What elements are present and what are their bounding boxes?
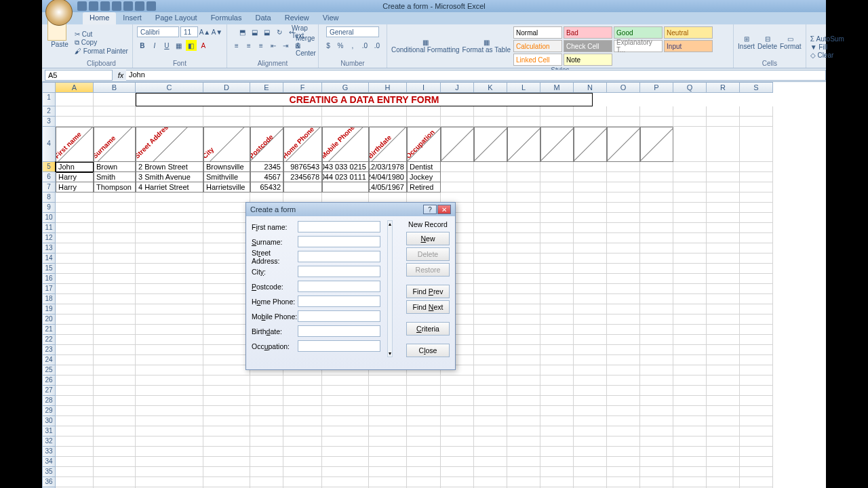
field-input-postcode-[interactable] xyxy=(298,281,380,292)
font-size-combo[interactable]: 11 xyxy=(180,26,198,37)
data-cell[interactable]: Harrietsville xyxy=(203,182,250,192)
cell[interactable] xyxy=(607,436,640,447)
data-cell[interactable] xyxy=(607,162,640,172)
cell[interactable] xyxy=(740,325,773,335)
cell[interactable] xyxy=(673,467,707,477)
cell[interactable] xyxy=(56,106,94,117)
cell[interactable] xyxy=(441,386,474,396)
align-bottom-icon[interactable]: ⬓ xyxy=(262,26,273,37)
header-cell[interactable]: Birthdate xyxy=(369,127,407,162)
cell[interactable] xyxy=(640,436,673,447)
cell[interactable] xyxy=(507,243,540,253)
cell[interactable] xyxy=(607,304,640,314)
row-header-2[interactable]: 2 xyxy=(42,106,56,117)
cell[interactable] xyxy=(136,117,203,127)
style-normal[interactable]: Normal xyxy=(513,26,562,39)
cell[interactable] xyxy=(136,365,203,375)
cell[interactable] xyxy=(507,213,540,223)
cell[interactable] xyxy=(283,447,322,457)
cell[interactable] xyxy=(574,355,607,365)
cell[interactable] xyxy=(607,106,640,117)
align-center-icon[interactable]: ≡ xyxy=(243,40,254,51)
cell[interactable] xyxy=(283,426,322,436)
cell[interactable] xyxy=(407,457,441,467)
tab-view[interactable]: View xyxy=(316,12,346,24)
cell[interactable] xyxy=(540,213,574,223)
cell[interactable] xyxy=(283,457,322,467)
cell[interactable] xyxy=(707,192,740,203)
cell[interactable] xyxy=(474,253,507,264)
cell[interactable] xyxy=(607,375,640,386)
cell[interactable] xyxy=(94,294,136,304)
cell[interactable] xyxy=(322,467,369,477)
cell[interactable] xyxy=(607,213,640,223)
cell[interactable] xyxy=(322,436,369,447)
row-header-9[interactable]: 9 xyxy=(42,203,56,213)
qat-save-icon[interactable] xyxy=(77,1,87,11)
cell[interactable] xyxy=(56,447,94,457)
cell[interactable] xyxy=(640,365,673,375)
cell[interactable] xyxy=(474,274,507,284)
cell[interactable] xyxy=(407,386,441,396)
row-header-15[interactable]: 15 xyxy=(42,264,56,274)
percent-icon[interactable]: % xyxy=(335,40,346,51)
cell[interactable] xyxy=(507,386,540,396)
cell[interactable] xyxy=(507,335,540,345)
cell[interactable] xyxy=(136,192,203,203)
cell[interactable] xyxy=(607,192,640,203)
header-cell[interactable] xyxy=(740,127,773,162)
cell[interactable] xyxy=(507,192,540,203)
data-cell[interactable] xyxy=(474,172,507,182)
cell[interactable] xyxy=(136,213,203,223)
col-header-Q[interactable]: Q xyxy=(673,82,707,93)
cell[interactable] xyxy=(250,467,283,477)
cell[interactable] xyxy=(56,457,94,467)
row-header-4[interactable]: 4 xyxy=(42,127,56,162)
row-header-10[interactable]: 10 xyxy=(42,213,56,223)
data-cell[interactable] xyxy=(740,162,773,172)
cell[interactable] xyxy=(574,406,607,416)
field-input-birthdate-[interactable] xyxy=(298,325,380,337)
cell[interactable] xyxy=(474,284,507,294)
field-input-street-address-[interactable] xyxy=(298,251,380,262)
header-cell[interactable] xyxy=(507,127,540,162)
cell[interactable] xyxy=(707,314,740,325)
cell[interactable] xyxy=(740,304,773,314)
cell[interactable] xyxy=(740,213,773,223)
cell[interactable] xyxy=(673,274,707,284)
data-cell[interactable]: Brown xyxy=(94,162,136,172)
row-header-34[interactable]: 34 xyxy=(42,457,56,467)
cell[interactable] xyxy=(474,243,507,253)
cell[interactable] xyxy=(707,264,740,274)
data-cell[interactable] xyxy=(707,162,740,172)
row-header-35[interactable]: 35 xyxy=(42,467,56,477)
cell[interactable] xyxy=(574,106,607,117)
data-cell[interactable] xyxy=(574,172,607,182)
cell[interactable] xyxy=(94,274,136,284)
data-cell[interactable]: 2345 xyxy=(250,162,283,172)
underline-button[interactable]: U xyxy=(161,40,172,51)
cell[interactable] xyxy=(474,192,507,203)
cell-styles-gallery[interactable]: NormalBadGoodNeutralCalculationCheck Cel… xyxy=(513,26,729,66)
cell[interactable] xyxy=(474,233,507,243)
tab-review[interactable]: Review xyxy=(278,12,316,24)
cell[interactable] xyxy=(740,243,773,253)
cell[interactable] xyxy=(441,375,474,386)
cell[interactable] xyxy=(607,264,640,274)
qat-icon[interactable] xyxy=(135,1,144,11)
cell[interactable] xyxy=(203,294,250,304)
qat-undo-icon[interactable] xyxy=(89,1,98,11)
cell[interactable] xyxy=(540,447,574,457)
data-cell[interactable]: Smithville xyxy=(203,172,250,182)
cell[interactable] xyxy=(673,304,707,314)
cell[interactable] xyxy=(640,284,673,294)
cell[interactable] xyxy=(136,406,203,416)
row-header-6[interactable]: 6 xyxy=(42,172,56,182)
cell[interactable] xyxy=(136,264,203,274)
style-neutral[interactable]: Neutral xyxy=(664,26,713,39)
delete-button[interactable]: Delete xyxy=(406,247,450,261)
col-header-K[interactable]: K xyxy=(474,82,507,93)
cell[interactable] xyxy=(136,396,203,406)
cell[interactable] xyxy=(707,243,740,253)
select-all-corner[interactable] xyxy=(42,82,56,93)
